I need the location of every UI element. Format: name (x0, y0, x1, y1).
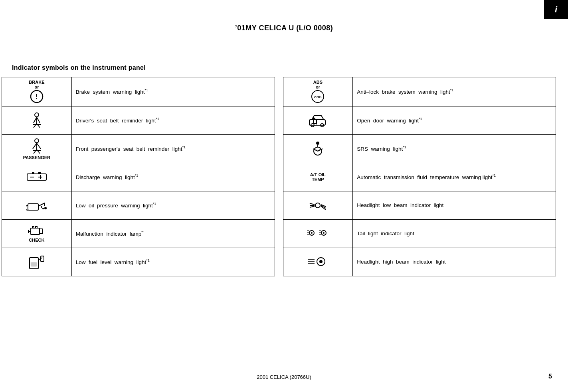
tables-wrapper: BRAKE or ! Brake system warning light*1 (2, 77, 556, 276)
at-oil-label-bot: TEMP (312, 177, 324, 182)
table-row: SRS warning light*1 (283, 135, 556, 163)
srs-icon-cell (283, 135, 353, 163)
headlight-low-icon (307, 199, 328, 211)
discharge-icon (26, 171, 47, 183)
svg-point-25 (44, 207, 47, 209)
brake-label-top: BRAKE (29, 80, 44, 85)
srs-desc: SRS warning light*1 (353, 135, 556, 163)
table-gap (275, 77, 283, 276)
svg-rect-22 (28, 204, 38, 210)
headlight-low-desc: Headlight low beam indicator light (353, 191, 556, 220)
srs-icon (310, 141, 326, 157)
check-desc: Malfunction indicator lamp*1 (71, 220, 275, 248)
svg-line-56 (310, 206, 315, 207)
table-row: A/T OIL TEMP Automatic transmission flui… (283, 163, 556, 191)
svg-line-23 (38, 203, 45, 206)
table-row: BRAKE or ! Brake system warning light*1 (2, 77, 275, 106)
abs-desc: Anti–lock brake system warning light*1 (353, 77, 556, 106)
abs-label-top: ABS (313, 80, 323, 85)
oil-pressure-icon (26, 198, 47, 213)
svg-rect-18 (38, 172, 41, 174)
page-title: ’01MY CELICA U (L/O 0008) (0, 24, 568, 32)
footer-center: 2001 CELICA (20766U) (257, 374, 311, 380)
tail-light-icon-wrap (287, 222, 349, 245)
table-row: Driver's seat belt reminder light*1 (2, 106, 275, 135)
table-row: Low oil pressure warning light*1 (2, 191, 275, 220)
seatbelt-passenger-icon-cell: PASSENGER (2, 135, 72, 163)
table-row: CHECK Malfunction indicator lamp*1 (2, 220, 275, 248)
check-icon-cell: CHECK (2, 220, 72, 248)
headlight-high-desc: Headlight high beam indicator light (353, 248, 556, 276)
brake-label-or: or (34, 85, 39, 89)
svg-rect-37 (41, 256, 44, 262)
abs-symbol-icon: ABS (311, 89, 325, 104)
table-row: Open door warning light*1 (283, 106, 556, 135)
abs-label-or: or (316, 85, 320, 89)
table-row: ABS or ABS Anti–lock brake system warnin… (283, 77, 556, 106)
passenger-label: PASSENGER (23, 155, 50, 160)
footer-page-number: 5 (548, 373, 552, 380)
svg-line-54 (310, 203, 315, 205)
svg-point-74 (319, 260, 323, 263)
brake-desc: Brake system warning light*1 (71, 77, 275, 106)
headlight-high-icon-wrap (287, 250, 349, 274)
door-icon-wrap (287, 109, 349, 132)
svg-point-2 (35, 113, 39, 117)
tail-light-icon (306, 229, 329, 239)
discharge-desc: Discharge warning light*1 (71, 163, 275, 191)
svg-rect-28 (31, 228, 40, 234)
headlight-low-icon-cell (283, 191, 353, 220)
seatbelt-driver-desc: Driver's seat belt reminder light*1 (71, 106, 275, 135)
check-label: CHECK (29, 238, 44, 242)
seatbelt-passenger-desc: Front passenger's seat belt reminder lig… (71, 135, 275, 163)
table-row: PASSENGER Front passenger's seat belt re… (2, 135, 275, 163)
svg-rect-30 (36, 227, 37, 228)
bookmark-label: i (555, 4, 557, 15)
fuel-icon-wrap (6, 250, 67, 274)
brake-icon-wrap: BRAKE or ! (6, 80, 67, 104)
brake-icon-cell: BRAKE or ! (2, 77, 72, 106)
tail-light-icon-cell (283, 220, 353, 248)
svg-point-68 (311, 232, 313, 234)
seatbelt-driver-icon-cell (2, 106, 72, 135)
svg-point-9 (35, 139, 39, 143)
at-oil-label-top: A/T OIL (310, 172, 326, 177)
door-icon (309, 113, 327, 128)
table-row: Discharge warning light*1 (2, 163, 275, 191)
section-heading: Indicator symbols on the instrument pane… (12, 64, 568, 71)
at-oil-desc: Automatic transmission fluid temperature… (353, 163, 556, 191)
abs-icon-cell: ABS or ABS (283, 77, 353, 106)
tail-light-desc: Tail light indicator light (353, 220, 556, 248)
table-row: Low fuel level warning light*1 (2, 248, 275, 276)
svg-rect-42 (309, 120, 325, 125)
seatbelt-driver-icon-wrap (6, 109, 67, 132)
at-oil-temp-icon-cell: A/T OIL TEMP (283, 163, 353, 191)
brake-symbol-icon: ! (30, 89, 44, 104)
svg-rect-38 (31, 262, 37, 266)
oil-pressure-desc: Low oil pressure warning light*1 (71, 191, 275, 220)
svg-rect-17 (32, 172, 34, 174)
srs-icon-wrap (287, 137, 349, 160)
table-row: Headlight low beam indicator light (283, 191, 556, 220)
oil-pressure-icon-wrap (6, 194, 67, 217)
check-icon-wrap: CHECK (6, 222, 67, 245)
at-oil-temp-icon-wrap: A/T OIL TEMP (287, 165, 349, 189)
fuel-icon (29, 254, 45, 270)
discharge-icon-wrap (6, 165, 67, 189)
svg-point-27 (42, 208, 44, 209)
svg-line-4 (34, 117, 37, 123)
fuel-icon-cell (2, 248, 72, 276)
seatbelt-driver-icon (28, 112, 46, 129)
svg-rect-29 (32, 227, 34, 228)
headlight-high-icon (307, 256, 328, 268)
discharge-icon-cell (2, 163, 72, 191)
headlight-high-icon-cell (283, 248, 353, 276)
abs-icon-wrap: ABS or ABS (287, 80, 349, 104)
left-indicator-table: BRAKE or ! Brake system warning light*1 (2, 77, 275, 276)
svg-line-5 (37, 117, 40, 123)
svg-point-46 (316, 142, 319, 145)
svg-point-53 (315, 203, 320, 208)
svg-point-69 (323, 232, 325, 234)
svg-text:ABS: ABS (314, 95, 322, 99)
table-row: Headlight high beam indicator light (283, 248, 556, 276)
